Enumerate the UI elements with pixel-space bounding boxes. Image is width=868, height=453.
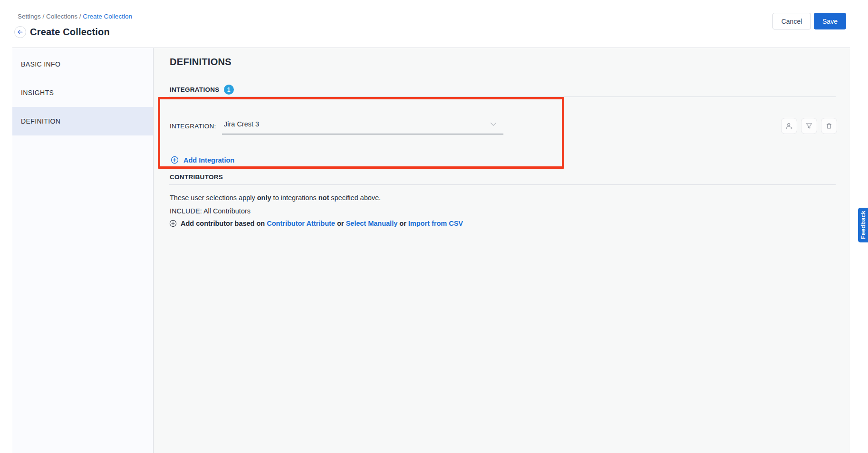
integrations-label: INTEGRATIONS	[170, 86, 220, 93]
integrations-divider	[169, 96, 836, 97]
sidebar-item-basic-info[interactable]: BASIC INFO	[12, 50, 153, 78]
contributors-section-header: CONTRIBUTORS	[170, 173, 223, 181]
create-collection-panel: BASIC INFO INSIGHTS DEFINITION DEFINITIO…	[12, 48, 850, 453]
sidebar-item-insights[interactable]: INSIGHTS	[12, 78, 153, 107]
arrow-left-icon	[17, 29, 23, 35]
sidebar-item-definition[interactable]: DEFINITION	[12, 107, 153, 135]
add-contributor-text: Add contributor based on Contributor Att…	[181, 220, 463, 227]
definition-content: DEFINITIONS INTEGRATIONS 1 INTEGRATION: …	[154, 48, 850, 453]
integrations-section-header: INTEGRATIONS 1	[170, 85, 234, 95]
feedback-tab-label: Feedback	[860, 211, 867, 239]
circle-plus-icon	[171, 156, 179, 164]
note-text: specified above.	[329, 194, 381, 202]
note-bold-only: only	[257, 194, 271, 202]
add-contributor-row: Add contributor based on Contributor Att…	[169, 220, 463, 227]
trash-icon	[825, 122, 833, 130]
add-integration-link[interactable]: Add Integration	[171, 156, 234, 164]
delete-icon-button[interactable]	[821, 118, 837, 134]
note-bold-not: not	[318, 194, 329, 202]
breadcrumb-create-collection[interactable]: Create Collection	[83, 13, 132, 20]
breadcrumb-separator: /	[77, 13, 83, 20]
add-contributor-icon-button[interactable]	[781, 118, 797, 134]
note-text: These user selections apply	[170, 194, 257, 202]
contributors-label: CONTRIBUTORS	[170, 173, 223, 181]
integration-select[interactable]: Jira Crest 3	[222, 115, 503, 135]
integrations-count-badge: 1	[224, 85, 234, 95]
breadcrumb-collections[interactable]: Collections	[46, 13, 77, 20]
integration-actions	[781, 118, 837, 134]
cancel-button[interactable]: Cancel	[772, 13, 811, 29]
add-integration-label: Add Integration	[183, 156, 234, 164]
or-text: or	[335, 220, 346, 227]
feedback-tab[interactable]: Feedback	[858, 208, 868, 242]
circle-plus-icon	[169, 220, 177, 227]
back-button[interactable]	[14, 26, 26, 38]
breadcrumb-separator: /	[41, 13, 46, 20]
filter-icon	[805, 122, 813, 130]
integration-field-label: INTEGRATION:	[170, 123, 216, 130]
breadcrumb-settings[interactable]: Settings	[18, 13, 41, 20]
or-text: or	[397, 220, 408, 227]
person-add-icon	[785, 122, 793, 130]
select-manually-link[interactable]: Select Manually	[346, 220, 397, 227]
note-text: to integrations	[271, 194, 318, 202]
page-title: Create Collection	[30, 26, 110, 38]
integration-select-value: Jira Crest 3	[224, 120, 259, 128]
breadcrumb: Settings / Collections / Create Collecti…	[18, 13, 132, 20]
include-line: INCLUDE: All Contributors	[170, 207, 251, 215]
definitions-heading: DEFINITIONS	[170, 57, 231, 67]
save-button[interactable]: Save	[814, 13, 846, 29]
import-from-csv-link[interactable]: Import from CSV	[408, 220, 463, 227]
contributors-note: These user selections apply only to inte…	[170, 194, 381, 202]
contributors-divider	[169, 184, 836, 185]
sidebar: BASIC INFO INSIGHTS DEFINITION	[12, 48, 154, 453]
filter-icon-button[interactable]	[801, 118, 817, 134]
add-contributor-prefix: Add contributor based on	[181, 220, 267, 227]
contributor-attribute-link[interactable]: Contributor Attribute	[267, 220, 335, 227]
chevron-down-icon	[490, 122, 497, 126]
